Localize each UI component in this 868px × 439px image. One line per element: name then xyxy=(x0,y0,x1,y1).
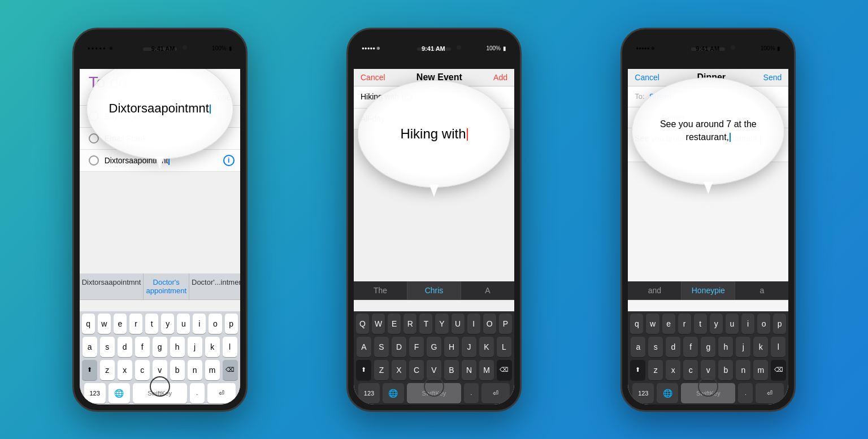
key2-return[interactable]: ⏎ xyxy=(481,383,510,403)
key3-t[interactable]: t xyxy=(694,314,707,334)
key3-f[interactable]: f xyxy=(683,337,698,357)
key-t[interactable]: t xyxy=(145,314,158,334)
key3-d[interactable]: d xyxy=(666,337,680,357)
key-delete[interactable]: ⌫ xyxy=(223,360,238,380)
key-c[interactable]: c xyxy=(135,360,150,380)
key3-r[interactable]: r xyxy=(678,314,691,334)
key2-U[interactable]: U xyxy=(452,314,465,334)
key3-h[interactable]: h xyxy=(718,337,733,357)
suggestion-3-0[interactable]: and xyxy=(628,281,682,299)
key3-delete[interactable]: ⌫ xyxy=(771,360,786,380)
key-h[interactable]: h xyxy=(170,337,185,357)
key-y[interactable]: y xyxy=(161,314,174,334)
key3-k[interactable]: k xyxy=(753,337,768,357)
suggestion-1-0[interactable]: Dixtorsaapointmnt xyxy=(80,273,144,299)
key2-G[interactable]: G xyxy=(427,337,441,357)
key2-A[interactable]: A xyxy=(357,337,371,357)
key2-globe[interactable]: 🌐 xyxy=(383,383,404,403)
key-globe[interactable]: 🌐 xyxy=(108,383,130,403)
key-r[interactable]: r xyxy=(129,314,142,334)
key3-globe[interactable]: 🌐 xyxy=(657,383,678,403)
key-l[interactable]: l xyxy=(223,337,237,357)
key-d[interactable]: d xyxy=(118,337,132,357)
key2-B[interactable]: B xyxy=(444,360,459,380)
key-e[interactable]: e xyxy=(114,314,127,334)
phone3-home[interactable] xyxy=(698,376,718,397)
key-123[interactable]: 123 xyxy=(84,383,106,403)
key2-H[interactable]: H xyxy=(444,337,459,357)
key2-123[interactable]: 123 xyxy=(358,383,380,403)
key3-s[interactable]: s xyxy=(648,337,663,357)
suggestion-2-2[interactable]: A xyxy=(461,281,514,299)
key-g[interactable]: g xyxy=(153,337,167,357)
key-a[interactable]: a xyxy=(83,337,97,357)
key2-D[interactable]: D xyxy=(392,337,406,357)
key-b[interactable]: b xyxy=(170,360,185,380)
key2-T[interactable]: T xyxy=(419,314,432,334)
key2-delete[interactable]: ⌫ xyxy=(497,360,512,380)
key3-a[interactable]: a xyxy=(631,337,645,357)
key3-return[interactable]: ⏎ xyxy=(756,383,784,403)
suggestion-3-2[interactable]: a xyxy=(735,281,788,299)
key-w[interactable]: w xyxy=(98,314,111,334)
key3-123[interactable]: 123 xyxy=(632,383,654,403)
key3-u[interactable]: u xyxy=(726,314,739,334)
key2-S[interactable]: S xyxy=(374,337,389,357)
suggestion-1-1[interactable]: Doctor's appointment xyxy=(144,273,189,299)
key-o[interactable]: o xyxy=(209,314,222,334)
key3-y[interactable]: y xyxy=(710,314,723,334)
key2-Y[interactable]: Y xyxy=(435,314,448,334)
key-q[interactable]: q xyxy=(82,314,95,334)
key-return[interactable]: ⏎ xyxy=(207,383,236,403)
key-f[interactable]: f xyxy=(135,337,150,357)
key2-R[interactable]: R xyxy=(403,314,416,334)
key3-j[interactable]: j xyxy=(736,337,750,357)
key2-L[interactable]: L xyxy=(497,337,511,357)
key2-E[interactable]: E xyxy=(388,314,401,334)
key3-b[interactable]: b xyxy=(718,360,733,380)
key-x[interactable]: x xyxy=(118,360,132,380)
key-u[interactable]: u xyxy=(177,314,190,334)
key2-C[interactable]: C xyxy=(409,360,424,380)
key2-J[interactable]: J xyxy=(462,337,476,357)
key-period[interactable]: . xyxy=(190,383,205,403)
key3-w[interactable]: w xyxy=(646,314,659,334)
key3-o[interactable]: o xyxy=(757,314,770,334)
key-k[interactable]: k xyxy=(205,337,220,357)
key3-p[interactable]: p xyxy=(773,314,786,334)
key-i[interactable]: i xyxy=(193,314,206,334)
key3-z[interactable]: z xyxy=(648,360,663,380)
key2-N[interactable]: N xyxy=(462,360,476,380)
suggestion-3-1[interactable]: Honeypie xyxy=(682,281,735,299)
key3-period[interactable]: . xyxy=(738,383,753,403)
key2-O[interactable]: O xyxy=(483,314,496,334)
key2-K[interactable]: K xyxy=(479,337,494,357)
key2-Z[interactable]: Z xyxy=(374,360,389,380)
key-shift[interactable]: ⬆ xyxy=(82,360,97,380)
key-m[interactable]: m xyxy=(205,360,220,380)
key3-l[interactable]: l xyxy=(771,337,785,357)
key-j[interactable]: j xyxy=(188,337,202,357)
phone1-home[interactable] xyxy=(150,376,170,397)
suggestion-1-2[interactable]: Doctor'...intments xyxy=(189,273,240,299)
key2-shift[interactable]: ⬆ xyxy=(356,360,371,380)
key2-I[interactable]: I xyxy=(467,314,480,334)
key3-i[interactable]: i xyxy=(741,314,754,334)
phone2-home[interactable] xyxy=(424,376,444,397)
key3-q[interactable]: q xyxy=(630,314,643,334)
key3-n[interactable]: n xyxy=(736,360,750,380)
suggestion-2-0[interactable]: The xyxy=(354,281,407,299)
key3-e[interactable]: e xyxy=(662,314,675,334)
suggestion-2-1[interactable]: Chris xyxy=(407,281,461,299)
key2-W[interactable]: W xyxy=(372,314,385,334)
key2-X[interactable]: X xyxy=(392,360,406,380)
key3-g[interactable]: g xyxy=(701,337,715,357)
key-n[interactable]: n xyxy=(188,360,202,380)
key2-Q[interactable]: Q xyxy=(356,314,369,334)
key2-F[interactable]: F xyxy=(409,337,424,357)
key2-M[interactable]: M xyxy=(479,360,494,380)
key3-c[interactable]: c xyxy=(683,360,698,380)
key-z[interactable]: z xyxy=(100,360,115,380)
key3-shift[interactable]: ⬆ xyxy=(630,360,645,380)
key-p[interactable]: p xyxy=(225,314,238,334)
